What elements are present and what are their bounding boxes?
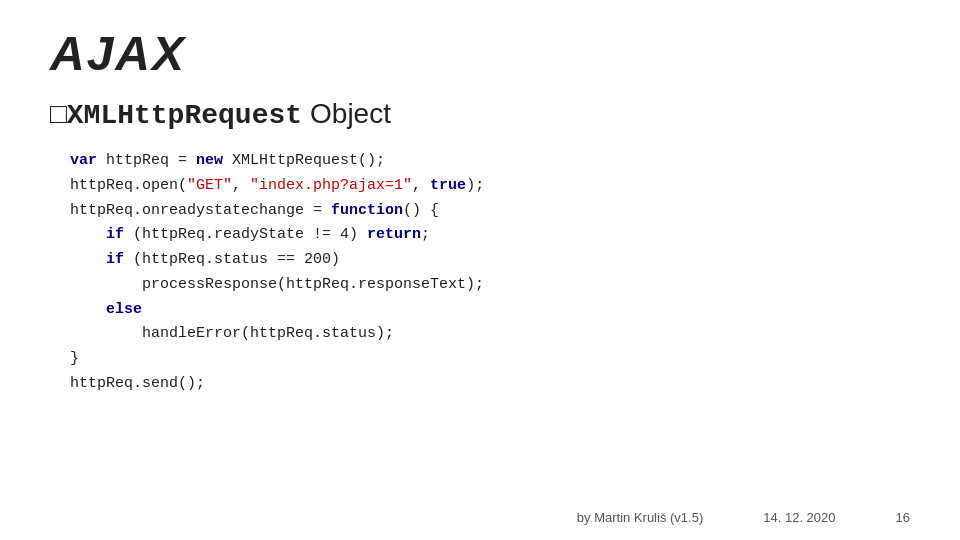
code-line-6: processResponse(httpReq.responseText);: [70, 273, 910, 298]
code-line-10: httpReq.send();: [70, 372, 910, 397]
footer-page: 16: [896, 510, 910, 525]
code-line-2: httpReq.open("GET", "index.php?ajax=1", …: [70, 174, 910, 199]
slide: AJAX □XMLHttpRequest Object var httpReq …: [0, 0, 960, 540]
code-block: var httpReq = new XMLHttpRequest(); http…: [50, 149, 910, 397]
logo: AJAX: [50, 30, 910, 78]
code-line-4: if (httpReq.readyState != 4) return;: [70, 223, 910, 248]
footer-date: 14. 12. 2020: [763, 510, 835, 525]
code-line-8: handleError(httpReq.status);: [70, 322, 910, 347]
section-object: Object: [310, 98, 391, 130]
code-line-1: var httpReq = new XMLHttpRequest();: [70, 149, 910, 174]
code-line-9: }: [70, 347, 910, 372]
section-title: □XMLHttpRequest Object: [50, 98, 910, 131]
code-line-3: httpReq.onreadystatechange = function() …: [70, 199, 910, 224]
footer: by Martin Kruliš (v1.5) 14. 12. 2020 16: [0, 510, 960, 525]
footer-author: by Martin Kruliš (v1.5): [577, 510, 703, 525]
code-line-7: else: [70, 298, 910, 323]
code-line-5: if (httpReq.status == 200): [70, 248, 910, 273]
section-prefix: □XMLHttpRequest: [50, 100, 302, 131]
